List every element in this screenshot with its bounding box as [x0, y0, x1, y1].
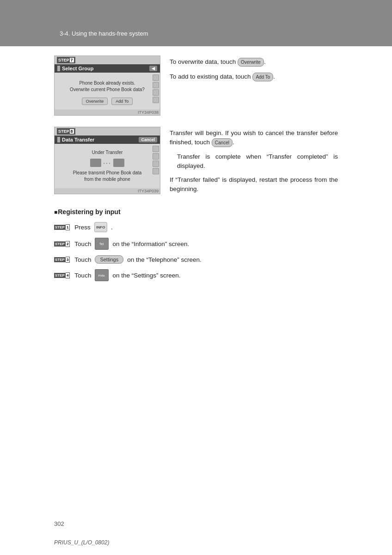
transfer-dots: ··· — [103, 159, 111, 166]
step7-body: Phone Book already exists. Overwrite cur… — [55, 73, 160, 110]
step8-cancel-btn[interactable]: Cancel — [139, 137, 157, 142]
register-step4-row: STEP4 Touch PhBk on the “Settings” scree… — [54, 269, 338, 281]
register-step1-row: STEP1 Press INFO . — [54, 222, 338, 232]
register-step2-row: STEP2 Touch Tel on the “Information” scr… — [54, 238, 338, 250]
register-step2-label: on the “Information” screen. — [112, 240, 189, 247]
register-step4-badge: STEP4 — [54, 272, 70, 278]
transfer-arrow: ··· — [59, 159, 155, 167]
step8-desc: Transfer will begin. If you wish to canc… — [170, 127, 338, 197]
telephone-icon: Tel — [95, 238, 109, 250]
step8-image-id: ITY34P039 — [55, 188, 160, 194]
step7-action-btns: Overwrite Add To — [59, 98, 155, 105]
step7-label: STEP 7 — [57, 57, 75, 63]
step8-screen-box: STEP 8 Data Transfer Cancel Under Transf… — [54, 127, 160, 194]
side-btn-6 — [153, 153, 159, 160]
register-section: ■Registering by input STEP1 Press INFO .… — [54, 208, 338, 281]
side-btn-7 — [153, 160, 159, 167]
step7-image-id: ITY34P038 — [55, 110, 160, 115]
page-number: 302 — [54, 520, 64, 527]
register-step1-text: Press — [74, 224, 91, 231]
svg-text:Tel: Tel — [99, 242, 104, 246]
step7-row: STEP 7 Select Group ◀ Phone Book already… — [54, 56, 338, 118]
step7-bar: STEP 7 — [55, 56, 160, 64]
header-inner: 3-4. Using the hands-free system — [54, 26, 338, 41]
register-step4-label: on the “Settings” screen. — [112, 272, 180, 279]
transfer-begin-desc: Transfer will begin. If you wish to canc… — [170, 129, 338, 148]
step7-overwrite-btn[interactable]: Overwrite — [82, 98, 108, 105]
info-btn-icon: INFO — [94, 222, 107, 232]
step8-screen: STEP 8 Data Transfer Cancel Under Transf… — [54, 127, 160, 197]
register-step3-badge: STEP3 — [54, 257, 70, 263]
svg-text:PhBk: PhBk — [98, 274, 105, 277]
step8-bar: STEP 8 — [55, 127, 160, 136]
transfer-failed-desc: If “Transfer failed” is displayed, resta… — [170, 175, 338, 194]
side-btn-1 — [153, 74, 159, 81]
step7-msg: Phone Book already exists. Overwrite cur… — [59, 80, 155, 93]
side-btn-5 — [153, 146, 159, 152]
register-step2-badge: STEP2 — [54, 241, 70, 247]
step7-side-btns — [152, 73, 160, 110]
register-step3-label: on the “Telephone” screen. — [127, 256, 202, 263]
step8-under-transfer: Under Transfer — [59, 149, 155, 156]
step7-title-icon: Select Group — [57, 66, 93, 71]
telephone-svg: Tel — [98, 240, 106, 248]
transfer-complete-desc: Transfer is complete when “Transfer comp… — [170, 152, 338, 171]
overwrite-desc: To overwrite data, touch Overwrite. — [170, 57, 338, 67]
side-btn-8 — [153, 168, 159, 174]
step7-title-text: Select Group — [62, 66, 93, 71]
header-title: 3-4. Using the hands-free system — [60, 30, 148, 37]
header-banner: 3-4. Using the hands-free system — [0, 0, 392, 46]
step7-screen-box: STEP 7 Select Group ◀ Phone Book already… — [54, 56, 160, 116]
step8-body: Under Transfer ··· Please transmit Phone… — [55, 144, 160, 188]
step8-transmit-msg: Please transmit Phone Book data from the… — [59, 170, 155, 183]
register-step2-text: Touch — [74, 240, 91, 247]
step8-title-text: Data Transfer — [62, 137, 94, 142]
step8-title-icon: Data Transfer — [57, 137, 94, 142]
step8-title-bar: Data Transfer Cancel — [55, 136, 160, 144]
register-step4-text: Touch — [74, 272, 91, 279]
step7-back-btn[interactable]: ◀ — [149, 66, 157, 71]
overwrite-pill: Overwrite — [238, 58, 264, 67]
step8-side-btns — [152, 144, 160, 188]
step7-addto-btn[interactable]: Add To — [111, 98, 133, 105]
addto-pill: Add To — [252, 73, 273, 81]
main-content: STEP 7 Select Group ◀ Phone Book already… — [0, 46, 392, 305]
addto-desc: To add to existing data, touch Add To. — [170, 72, 338, 81]
register-step1-badge: STEP1 — [54, 224, 70, 230]
step7-desc: To overwrite data, touch Overwrite. To a… — [170, 56, 338, 118]
step8-row: STEP 8 Data Transfer Cancel Under Transf… — [54, 127, 338, 197]
register-step3-text: Touch — [74, 256, 91, 263]
section-heading: ■Registering by input — [54, 208, 338, 216]
bullet-icon: ■ — [54, 209, 57, 216]
phonebook-svg: PhBk — [98, 271, 106, 279]
settings-pill: Settings — [95, 255, 123, 264]
step7-title-bar: Select Group ◀ — [55, 64, 160, 73]
side-btn-2 — [153, 82, 159, 88]
side-btn-4 — [153, 97, 159, 103]
cancel-pill: Cancel — [212, 138, 233, 147]
step7-screen: STEP 7 Select Group ◀ Phone Book already… — [54, 56, 160, 118]
step8-label: STEP 8 — [57, 128, 75, 135]
car-icon — [113, 159, 124, 167]
phonebook-icon: PhBk — [95, 269, 109, 281]
brand-label: PRIUS_U_(L/O_0802) — [54, 539, 109, 546]
register-step3-row: STEP3 Touch Settings on the “Telephone” … — [54, 255, 338, 264]
side-btn-3 — [153, 89, 159, 96]
phone-icon — [90, 159, 101, 167]
register-step1-period: . — [111, 223, 113, 231]
